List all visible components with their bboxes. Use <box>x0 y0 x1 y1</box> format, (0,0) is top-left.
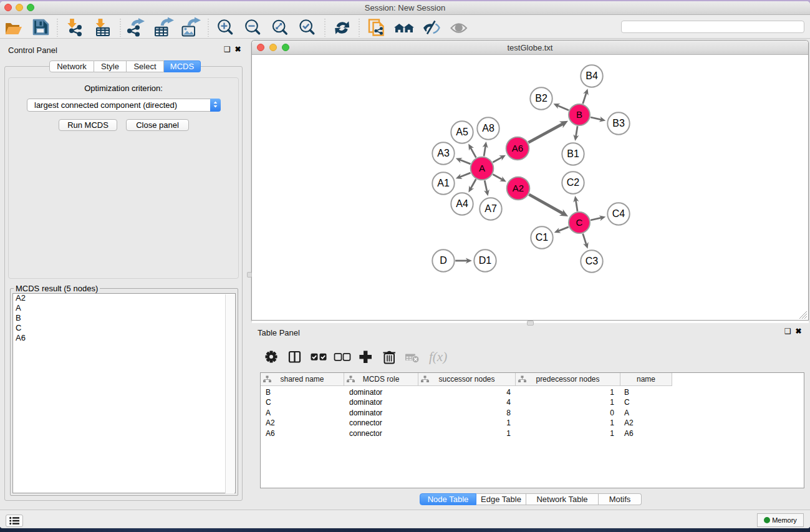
svg-text:C1: C1 <box>536 232 549 243</box>
svg-text:D1: D1 <box>479 255 492 266</box>
svg-text:C4: C4 <box>612 208 625 219</box>
svg-text:B1: B1 <box>567 148 579 159</box>
svg-text:A6: A6 <box>512 143 523 153</box>
svg-text:B3: B3 <box>612 118 625 128</box>
svg-text:A5: A5 <box>456 127 468 137</box>
svg-text:A3: A3 <box>437 148 450 158</box>
svg-text:A2: A2 <box>513 183 524 193</box>
svg-text:D: D <box>440 255 447 266</box>
svg-text:A8: A8 <box>482 123 494 133</box>
svg-text:A7: A7 <box>485 203 497 214</box>
svg-text:A4: A4 <box>456 198 468 209</box>
svg-text:C2: C2 <box>567 177 580 188</box>
svg-text:B: B <box>576 109 582 120</box>
svg-text:f(x): f(x) <box>429 349 447 364</box>
svg-text:C: C <box>576 217 583 228</box>
svg-text:B4: B4 <box>586 70 598 81</box>
svg-text:A: A <box>479 163 485 173</box>
svg-text:A1: A1 <box>437 178 450 188</box>
svg-text:B2: B2 <box>535 93 547 104</box>
svg-text:C3: C3 <box>586 256 599 266</box>
